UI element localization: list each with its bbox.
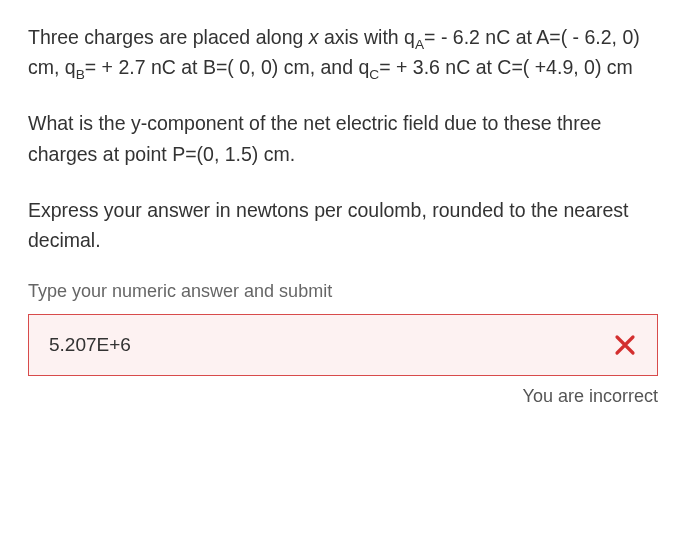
question-para-3: Express your answer in newtons per coulo… — [28, 195, 658, 255]
text: = + 2.7 nC at B=( 0, 0) cm, and q — [85, 56, 370, 78]
question-para-2: What is the y-component of the net elect… — [28, 108, 658, 168]
question-para-1: Three charges are placed along x axis wi… — [28, 22, 658, 82]
answer-value: 5.207E+6 — [49, 334, 131, 356]
text: axis with q — [319, 26, 415, 48]
text: Three charges are placed along — [28, 26, 309, 48]
subscript-b: B — [76, 67, 85, 82]
text: = + 3.6 nC at C=( +4.9, 0) cm — [379, 56, 633, 78]
variable-x: x — [309, 26, 319, 48]
subscript-a: A — [415, 37, 424, 52]
answer-input[interactable]: 5.207E+6 — [28, 314, 658, 376]
answer-prompt: Type your numeric answer and submit — [28, 281, 658, 302]
subscript-c: C — [369, 67, 379, 82]
feedback-text: You are incorrect — [28, 386, 658, 407]
incorrect-icon — [613, 333, 637, 357]
question-body: Three charges are placed along x axis wi… — [28, 22, 658, 255]
